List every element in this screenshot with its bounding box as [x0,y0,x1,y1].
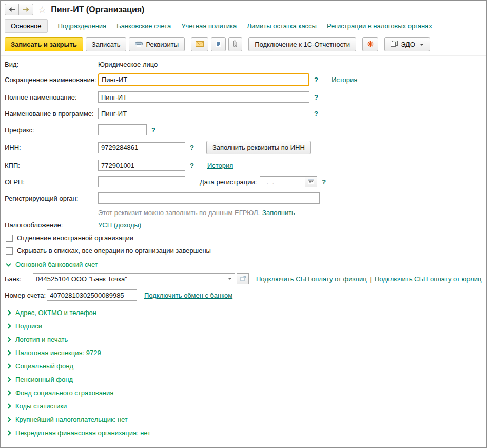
paperclip-icon [233,40,238,49]
forward-button[interactable] [19,4,33,15]
document-icon [216,41,221,49]
section-pension-fund[interactable]: Пенсионный фонд [5,375,482,384]
ogrn-input[interactable] [98,176,185,187]
section-label: Пенсионный фонд [15,376,73,383]
sbp-individuals-link[interactable]: Подключить СБП оплату от физлиц [256,275,367,283]
help-icon[interactable]: ? [322,178,326,186]
printer-icon [135,41,143,49]
discussions-button[interactable] [362,37,378,51]
hide-in-lists-checkbox[interactable] [6,247,13,255]
ogrn-label: ОГРН: [5,178,98,186]
full-name-label: Полное наименование: [5,93,98,101]
bank-open-button[interactable] [237,273,249,284]
bank-exchange-link[interactable]: Подключить обмен с банком [144,291,232,299]
short-name-input[interactable] [98,73,309,86]
section-label: Налоговая инспекция: 9729 [15,349,101,357]
section-largest-taxpayer[interactable]: Крупнейший налогоплательщик: нет [5,415,482,424]
section-label: Основной банковский счет [15,261,98,268]
inn-input[interactable] [98,142,185,153]
attachment-button[interactable] [228,37,242,51]
organization-form: Вид: Юридическое лицо Сокращенное наимен… [1,56,486,438]
app-name-row: Наименование в программе: ? [5,108,482,119]
bank-dropdown-button[interactable] [225,273,235,284]
kind-row: Вид: Юридическое лицо [5,61,482,68]
titlebar: ☆ Пинг-ИТ (Организация) [1,1,486,17]
section-label: Логотип и печать [15,336,68,343]
section-main-bank-account[interactable]: Основной банковский счет [5,260,482,269]
taxation-link[interactable]: УСН (доходы) [98,221,141,229]
foreign-branch-checkbox[interactable] [6,235,13,242]
bank-combo [33,273,249,284]
app-name-input[interactable] [98,108,309,119]
prefix-label: Префикс: [5,126,98,134]
bank-input[interactable] [33,273,225,284]
section-statistics-codes[interactable]: Коды статистики [5,401,482,411]
foreign-branch-label: Отделение иностранной организации [17,234,133,242]
favorite-star-icon[interactable]: ☆ [38,5,46,14]
help-icon[interactable]: ? [190,144,194,151]
save-button[interactable]: Записать [86,37,127,51]
help-icon[interactable]: ? [190,162,194,169]
kpp-input[interactable] [98,160,185,171]
short-name-history-link[interactable]: История [332,76,357,84]
connect-1c-reporting-button[interactable]: Подключение к 1С-Отчетности [248,37,356,51]
tab-cash-limits[interactable]: Лимиты остатка кассы [247,22,317,30]
short-name-row: Сокращенное наименование: ? История [5,73,482,86]
section-label: Подписи [15,322,42,330]
email-button[interactable] [191,37,208,51]
calendar-button[interactable] [305,176,317,187]
back-arrow-icon [9,7,15,12]
account-number-input[interactable] [47,289,137,301]
sbp-companies-link[interactable]: Подключить СБП оплату от юрлиц [375,275,481,283]
requisites-button[interactable]: Реквизиты [129,37,185,51]
bank-row: Банк: Подключить СБП оплату от физлиц | … [5,273,482,284]
fill-by-inn-button[interactable]: Заполнить реквизиты по ИНН [206,141,311,154]
tab-main[interactable]: Основное [5,19,48,33]
reg-date-input[interactable] [260,176,305,187]
help-icon[interactable]: ? [314,93,318,101]
tab-tax-registrations[interactable]: Регистрации в налоговых органах [327,22,432,30]
links-separator: | [370,275,372,283]
section-label: Крупнейший налогоплательщик: нет [15,416,128,423]
document-button[interactable] [211,37,226,51]
chevron-right-icon [6,350,11,356]
chevron-down-icon [228,278,232,280]
tab-bank-accounts[interactable]: Банковские счета [116,22,171,30]
egrul-fill-link[interactable]: Заполнить [262,209,295,217]
section-signatures[interactable]: Подписи [5,321,482,331]
section-non-credit-financial-org[interactable]: Некредитная финансовая организация: нет [5,428,482,438]
open-form-icon [240,275,246,283]
tab-subdivisions[interactable]: Подразделения [58,22,107,30]
chevron-right-icon [6,337,11,342]
help-icon[interactable]: ? [151,126,155,134]
section-tax-inspection[interactable]: Налоговая инспекция: 9729 [5,348,482,358]
prefix-input[interactable] [98,124,147,135]
egrul-hint-text: Этот реквизит можно заполнить по данным … [98,209,260,217]
account-number-label: Номер счета: [5,291,47,299]
kpp-history-link[interactable]: История [207,162,233,169]
hide-in-lists-label: Скрывать в списках, все операции по орга… [17,247,211,255]
section-label: Адрес, ОКТМО и телефон [15,309,96,317]
help-icon[interactable]: ? [314,76,318,84]
tab-accounting-policy[interactable]: Учетная политика [181,22,237,30]
full-name-input[interactable] [98,91,309,103]
back-button[interactable] [5,4,19,15]
chevron-right-icon [6,364,11,369]
reg-authority-input[interactable] [98,192,320,204]
edo-documents-icon [391,41,398,48]
kind-label: Вид: [5,61,98,68]
edo-menu-button[interactable]: ЭДО [384,37,430,51]
taxation-label: Налогообложение: [5,221,98,229]
help-icon[interactable]: ? [314,110,318,118]
calendar-icon [308,178,314,186]
section-address-oktmo-phone[interactable]: Адрес, ОКТМО и телефон [5,308,482,318]
save-close-button[interactable]: Записать и закрыть [5,37,83,51]
bank-label: Банк: [5,275,33,283]
ogrn-row: ОГРН: Дата регистрации: ? [5,176,482,187]
organization-form-window: ☆ Пинг-ИТ (Организация) Основное Подразд… [0,0,487,448]
egrul-hint-row: Этот реквизит можно заполнить по данным … [98,209,482,217]
section-social-insurance-fund[interactable]: Фонд социального страхования [5,388,482,398]
section-logo-and-stamp[interactable]: Логотип и печать [5,335,482,344]
section-social-fund[interactable]: Социальный фонд [5,361,482,371]
reg-date-field [260,176,317,187]
